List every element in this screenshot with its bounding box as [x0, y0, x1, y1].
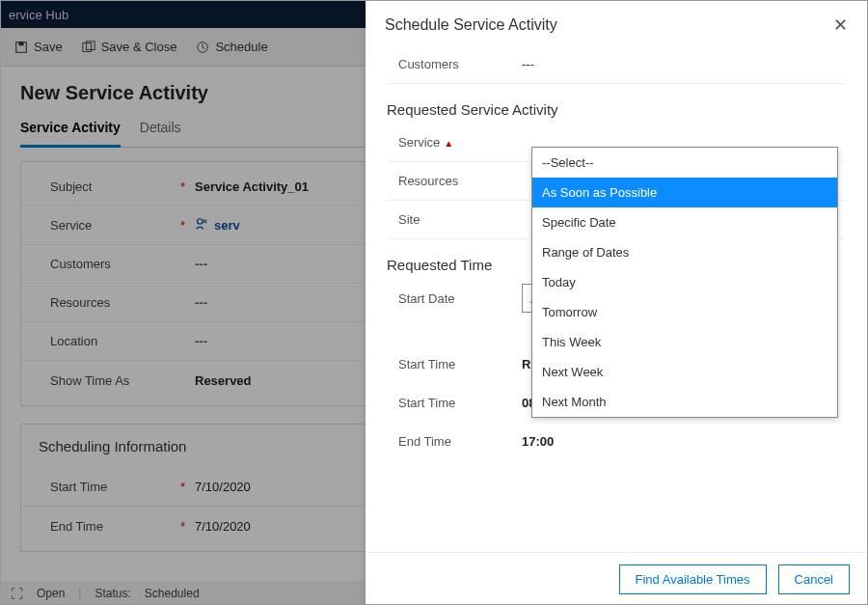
panel-label-endtime: End Time — [387, 434, 522, 449]
panel-label-service: Service▲ — [387, 135, 522, 150]
value-customers: --- — [195, 257, 207, 271]
save-label: Save — [34, 40, 63, 54]
schedule-icon — [196, 41, 209, 54]
label-resources: Resources — [50, 295, 195, 310]
startdate-dropdown[interactable]: --Select--As Soon as PossibleSpecific Da… — [531, 147, 838, 418]
panel-row-customers: Customers --- — [387, 45, 846, 84]
panel-footer: Find Available Times Cancel — [366, 552, 867, 605]
label-showtimeas: Show Time As — [50, 373, 195, 388]
value-endtime: 7/10/2020 — [195, 519, 251, 534]
find-times-button[interactable]: Find Available Times — [619, 564, 767, 594]
schedule-button[interactable]: Schedule — [196, 40, 267, 54]
label-service: Service — [50, 218, 92, 233]
status-value: Scheduled — [145, 587, 200, 600]
label-endtime: End Time — [50, 519, 103, 534]
value-resources: --- — [195, 295, 207, 310]
dropdown-item[interactable]: Range of Dates — [532, 237, 837, 267]
required-marker: * — [180, 480, 185, 494]
tab-details[interactable]: Details — [140, 114, 181, 147]
panel-label-resources: Resources — [387, 174, 522, 188]
panel-label-starttime-range: Start Time — [387, 357, 522, 371]
label-location: Location — [50, 334, 195, 348]
close-icon: ✕ — [833, 15, 848, 35]
dropdown-item[interactable]: Next Month — [532, 387, 837, 417]
panel-label-startdate: Start Date — [387, 291, 522, 306]
panel-value-customers: --- — [522, 57, 534, 71]
status-label: Status: — [95, 587, 130, 600]
save-close-button[interactable]: Save & Close — [82, 40, 177, 54]
status-bar: ⛶ Open | Status: Scheduled — [1, 581, 367, 605]
panel-value-endtime: 17:00 — [522, 434, 554, 449]
panel-row-endtime: End Time 17:00 — [387, 422, 846, 460]
save-button[interactable]: Save — [14, 40, 63, 54]
dropdown-item[interactable]: Tomorrow — [532, 297, 837, 327]
svg-rect-1 — [18, 41, 23, 45]
panel-label-customers: Customers — [387, 57, 522, 71]
panel-title: Schedule Service Activity — [385, 16, 557, 34]
value-service: serv — [195, 217, 240, 234]
status-separator: | — [78, 587, 81, 600]
save-close-label: Save & Close — [101, 40, 177, 54]
cancel-button[interactable]: Cancel — [778, 564, 850, 594]
required-marker: * — [180, 519, 185, 534]
panel-section-reqsvc: Requested Service Activity — [387, 101, 846, 118]
required-marker: * — [180, 218, 185, 233]
schedule-label: Schedule — [215, 40, 267, 54]
tab-service-activity[interactable]: Service Activity — [20, 114, 121, 148]
save-close-icon — [82, 41, 95, 54]
dropdown-item[interactable]: This Week — [532, 327, 837, 357]
value-subject: Service Activity_01 — [195, 179, 309, 194]
schedule-panel: Schedule Service Activity ✕ Customers --… — [366, 1, 867, 605]
dropdown-item[interactable]: Today — [532, 267, 837, 297]
label-subject: Subject — [50, 179, 92, 194]
label-customers: Customers — [50, 257, 195, 271]
panel-label-site: Site — [387, 212, 522, 227]
value-showtimeas: Reserved — [195, 373, 252, 388]
close-button[interactable]: ✕ — [833, 14, 848, 36]
svg-point-5 — [198, 219, 203, 224]
panel-body[interactable]: Customers --- Requested Service Activity… — [366, 45, 867, 552]
save-icon — [14, 41, 28, 54]
app-title: ervice Hub — [9, 8, 68, 22]
panel-label-starttime: Start Time — [387, 396, 522, 410]
dropdown-item[interactable]: Next Week — [532, 357, 837, 387]
dropdown-item[interactable]: As Soon as Possible — [532, 178, 837, 207]
status-open: Open — [37, 587, 65, 600]
required-marker: ▲ — [444, 138, 453, 149]
expand-icon[interactable]: ⛶ — [11, 587, 23, 601]
value-starttime: 7/10/2020 — [195, 480, 251, 494]
required-marker: * — [180, 179, 185, 194]
value-location: --- — [195, 334, 207, 348]
service-icon — [195, 217, 208, 234]
panel-header: Schedule Service Activity ✕ — [366, 1, 867, 45]
label-starttime: Start Time — [50, 480, 107, 494]
dropdown-item[interactable]: --Select-- — [532, 148, 837, 178]
dropdown-item[interactable]: Specific Date — [532, 207, 837, 237]
